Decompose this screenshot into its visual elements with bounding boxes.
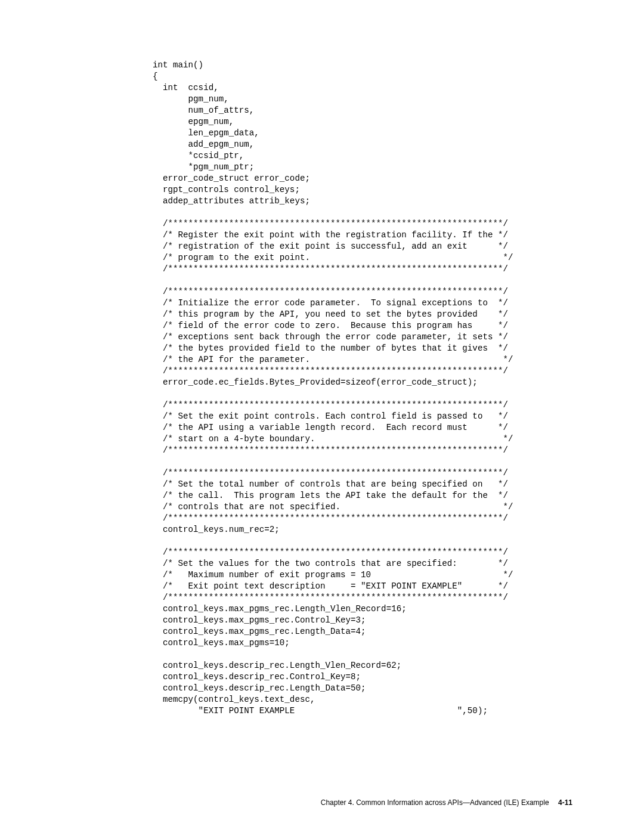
page-footer: Chapter 4. Common Information across API… <box>321 798 572 807</box>
footer-chapter-text: Chapter 4. Common Information across API… <box>321 798 549 807</box>
code-listing: int main() { int ccsid, pgm_num, num_of_… <box>153 60 572 717</box>
footer-page-number: 4-11 <box>558 798 572 807</box>
document-page: int main() { int ccsid, pgm_num, num_of_… <box>0 0 644 833</box>
